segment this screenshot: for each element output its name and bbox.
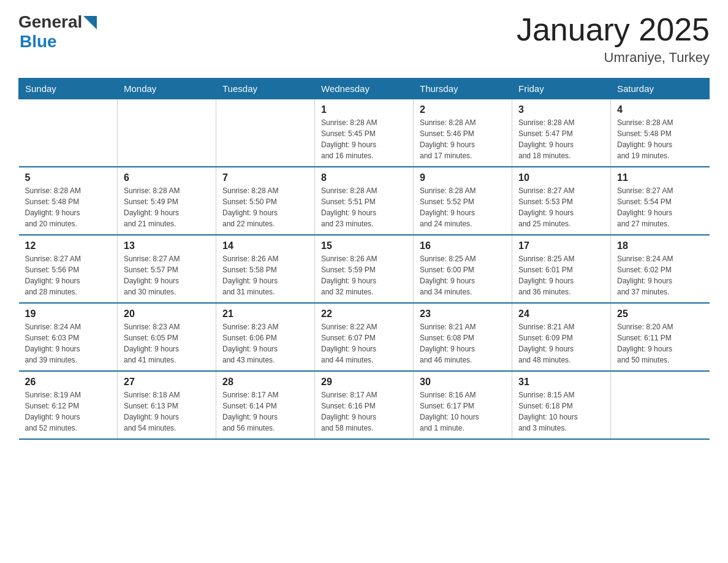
logo-general: General xyxy=(18,12,82,32)
day-number: 20 xyxy=(124,308,210,320)
day-cell xyxy=(611,371,710,439)
day-info: Sunrise: 8:28 AM Sunset: 5:48 PM Dayligh… xyxy=(25,185,112,229)
day-number: 19 xyxy=(25,308,112,320)
day-info: Sunrise: 8:26 AM Sunset: 5:58 PM Dayligh… xyxy=(222,253,308,297)
svg-marker-0 xyxy=(83,16,97,29)
day-cell: 18Sunrise: 8:24 AM Sunset: 6:02 PM Dayli… xyxy=(611,235,710,303)
day-number: 3 xyxy=(518,104,604,115)
day-cell: 24Sunrise: 8:21 AM Sunset: 6:09 PM Dayli… xyxy=(512,303,611,371)
day-info: Sunrise: 8:19 AM Sunset: 6:12 PM Dayligh… xyxy=(25,389,112,434)
day-info: Sunrise: 8:27 AM Sunset: 5:56 PM Dayligh… xyxy=(25,253,112,297)
day-cell: 11Sunrise: 8:27 AM Sunset: 5:54 PM Dayli… xyxy=(611,167,710,235)
day-cell: 8Sunrise: 8:28 AM Sunset: 5:51 PM Daylig… xyxy=(315,167,414,235)
day-number: 11 xyxy=(617,172,703,183)
day-number: 15 xyxy=(321,240,407,251)
day-info: Sunrise: 8:28 AM Sunset: 5:52 PM Dayligh… xyxy=(420,185,506,229)
day-info: Sunrise: 8:28 AM Sunset: 5:51 PM Dayligh… xyxy=(321,185,407,229)
logo-blue: Blue xyxy=(20,32,97,52)
day-cell: 2Sunrise: 8:28 AM Sunset: 5:46 PM Daylig… xyxy=(414,99,512,167)
day-cell: 27Sunrise: 8:18 AM Sunset: 6:13 PM Dayli… xyxy=(118,371,216,439)
header-cell-saturday: Saturday xyxy=(611,79,710,99)
day-info: Sunrise: 8:24 AM Sunset: 6:02 PM Dayligh… xyxy=(617,253,703,297)
week-row-1: 1Sunrise: 8:28 AM Sunset: 5:45 PM Daylig… xyxy=(19,99,710,167)
day-number: 16 xyxy=(420,240,506,251)
day-number: 29 xyxy=(321,377,407,388)
day-number: 14 xyxy=(222,240,308,251)
day-cell: 15Sunrise: 8:26 AM Sunset: 5:59 PM Dayli… xyxy=(315,235,414,303)
week-row-5: 26Sunrise: 8:19 AM Sunset: 6:12 PM Dayli… xyxy=(19,371,710,439)
day-number: 28 xyxy=(222,377,308,388)
day-number: 25 xyxy=(617,308,703,320)
day-cell: 29Sunrise: 8:17 AM Sunset: 6:16 PM Dayli… xyxy=(315,371,414,439)
day-cell: 20Sunrise: 8:23 AM Sunset: 6:05 PM Dayli… xyxy=(118,303,216,371)
day-number: 5 xyxy=(25,172,112,183)
day-info: Sunrise: 8:28 AM Sunset: 5:46 PM Dayligh… xyxy=(420,117,506,161)
day-cell: 7Sunrise: 8:28 AM Sunset: 5:50 PM Daylig… xyxy=(216,167,315,235)
day-number: 17 xyxy=(518,240,604,251)
day-number: 23 xyxy=(420,308,506,320)
day-info: Sunrise: 8:17 AM Sunset: 6:16 PM Dayligh… xyxy=(321,389,407,434)
day-info: Sunrise: 8:24 AM Sunset: 6:03 PM Dayligh… xyxy=(25,321,112,366)
day-cell: 14Sunrise: 8:26 AM Sunset: 5:58 PM Dayli… xyxy=(216,235,315,303)
day-info: Sunrise: 8:21 AM Sunset: 6:08 PM Dayligh… xyxy=(420,321,506,366)
day-cell: 25Sunrise: 8:20 AM Sunset: 6:11 PM Dayli… xyxy=(611,303,710,371)
day-info: Sunrise: 8:27 AM Sunset: 5:54 PM Dayligh… xyxy=(617,185,703,229)
day-number: 18 xyxy=(617,240,703,251)
day-number: 21 xyxy=(222,308,308,320)
calendar-subtitle: Umraniye, Turkey xyxy=(517,50,710,66)
day-number: 13 xyxy=(124,240,210,251)
header-cell-sunday: Sunday xyxy=(19,79,118,99)
day-cell: 1Sunrise: 8:28 AM Sunset: 5:45 PM Daylig… xyxy=(315,99,414,167)
header-cell-friday: Friday xyxy=(512,79,611,99)
calendar-table: SundayMondayTuesdayWednesdayThursdayFrid… xyxy=(18,78,710,440)
day-cell: 21Sunrise: 8:23 AM Sunset: 6:06 PM Dayli… xyxy=(216,303,315,371)
day-cell: 6Sunrise: 8:28 AM Sunset: 5:49 PM Daylig… xyxy=(118,167,216,235)
day-number: 27 xyxy=(124,377,210,388)
title-section: January 2025 Umraniye, Turkey xyxy=(517,12,710,66)
day-cell: 5Sunrise: 8:28 AM Sunset: 5:48 PM Daylig… xyxy=(19,167,118,235)
day-info: Sunrise: 8:16 AM Sunset: 6:17 PM Dayligh… xyxy=(420,389,506,434)
day-info: Sunrise: 8:27 AM Sunset: 5:57 PM Dayligh… xyxy=(124,253,210,297)
day-info: Sunrise: 8:26 AM Sunset: 5:59 PM Dayligh… xyxy=(321,253,407,297)
day-cell: 12Sunrise: 8:27 AM Sunset: 5:56 PM Dayli… xyxy=(19,235,118,303)
day-number: 30 xyxy=(420,377,506,388)
day-info: Sunrise: 8:23 AM Sunset: 6:05 PM Dayligh… xyxy=(124,321,210,366)
day-cell: 30Sunrise: 8:16 AM Sunset: 6:17 PM Dayli… xyxy=(414,371,512,439)
day-info: Sunrise: 8:28 AM Sunset: 5:45 PM Dayligh… xyxy=(321,117,407,161)
day-cell: 22Sunrise: 8:22 AM Sunset: 6:07 PM Dayli… xyxy=(315,303,414,371)
day-number: 26 xyxy=(25,377,112,388)
day-info: Sunrise: 8:20 AM Sunset: 6:11 PM Dayligh… xyxy=(617,321,703,366)
day-cell: 23Sunrise: 8:21 AM Sunset: 6:08 PM Dayli… xyxy=(414,303,512,371)
day-cell: 19Sunrise: 8:24 AM Sunset: 6:03 PM Dayli… xyxy=(19,303,118,371)
day-info: Sunrise: 8:27 AM Sunset: 5:53 PM Dayligh… xyxy=(518,185,604,229)
day-cell: 26Sunrise: 8:19 AM Sunset: 6:12 PM Dayli… xyxy=(19,371,118,439)
day-cell: 31Sunrise: 8:15 AM Sunset: 6:18 PM Dayli… xyxy=(512,371,611,439)
day-number: 31 xyxy=(518,377,604,388)
day-number: 2 xyxy=(420,104,506,115)
day-info: Sunrise: 8:22 AM Sunset: 6:07 PM Dayligh… xyxy=(321,321,407,366)
header-cell-thursday: Thursday xyxy=(414,79,512,99)
day-info: Sunrise: 8:18 AM Sunset: 6:13 PM Dayligh… xyxy=(124,389,210,434)
day-number: 24 xyxy=(518,308,604,320)
day-cell: 4Sunrise: 8:28 AM Sunset: 5:48 PM Daylig… xyxy=(611,99,710,167)
day-info: Sunrise: 8:15 AM Sunset: 6:18 PM Dayligh… xyxy=(518,389,604,434)
day-number: 8 xyxy=(321,172,407,183)
day-cell: 9Sunrise: 8:28 AM Sunset: 5:52 PM Daylig… xyxy=(414,167,512,235)
week-row-2: 5Sunrise: 8:28 AM Sunset: 5:48 PM Daylig… xyxy=(19,167,710,235)
day-number: 7 xyxy=(222,172,308,183)
day-cell: 3Sunrise: 8:28 AM Sunset: 5:47 PM Daylig… xyxy=(512,99,611,167)
day-number: 1 xyxy=(321,104,407,115)
day-number: 6 xyxy=(124,172,210,183)
day-info: Sunrise: 8:21 AM Sunset: 6:09 PM Dayligh… xyxy=(518,321,604,366)
week-row-3: 12Sunrise: 8:27 AM Sunset: 5:56 PM Dayli… xyxy=(19,235,710,303)
day-number: 4 xyxy=(617,104,703,115)
day-cell: 28Sunrise: 8:17 AM Sunset: 6:14 PM Dayli… xyxy=(216,371,315,439)
day-number: 10 xyxy=(518,172,604,183)
day-cell xyxy=(118,99,216,167)
header-cell-tuesday: Tuesday xyxy=(216,79,315,99)
day-info: Sunrise: 8:28 AM Sunset: 5:48 PM Dayligh… xyxy=(617,117,703,161)
week-row-4: 19Sunrise: 8:24 AM Sunset: 6:03 PM Dayli… xyxy=(19,303,710,371)
day-info: Sunrise: 8:25 AM Sunset: 6:00 PM Dayligh… xyxy=(420,253,506,297)
day-cell: 13Sunrise: 8:27 AM Sunset: 5:57 PM Dayli… xyxy=(118,235,216,303)
day-info: Sunrise: 8:17 AM Sunset: 6:14 PM Dayligh… xyxy=(222,389,308,434)
